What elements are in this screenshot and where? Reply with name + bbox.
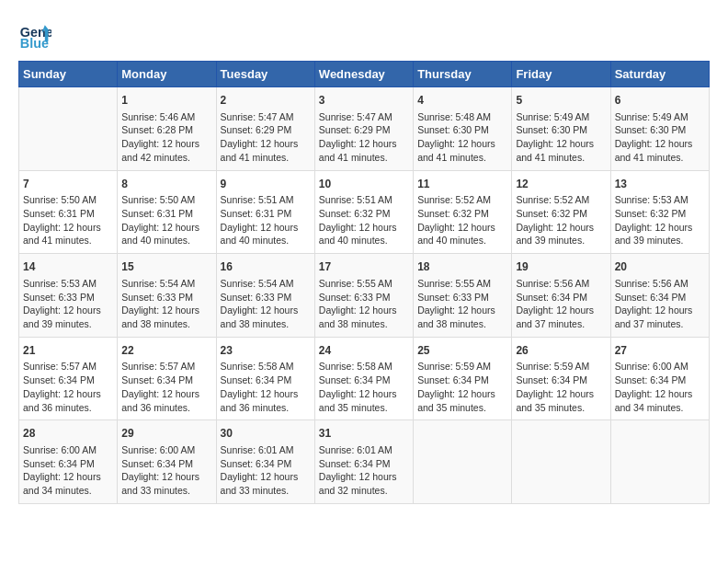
day-info: Sunrise: 5:58 AMSunset: 6:34 PMDaylight:… (319, 360, 409, 414)
calendar-cell: 13Sunrise: 5:53 AMSunset: 6:32 PMDayligh… (610, 170, 709, 254)
day-number: 14 (23, 259, 113, 275)
calendar-cell: 10Sunrise: 5:51 AMSunset: 6:32 PMDayligh… (314, 170, 413, 254)
day-number: 7 (23, 177, 113, 192)
calendar-cell: 1Sunrise: 5:46 AMSunset: 6:28 PMDaylight… (118, 87, 216, 171)
day-info: Sunrise: 5:46 AMSunset: 6:28 PMDaylight:… (121, 110, 211, 165)
day-number: 31 (319, 426, 409, 442)
calendar-header-row: SundayMondayTuesdayWednesdayThursdayFrid… (19, 62, 710, 87)
logo: General Blue (18, 18, 55, 52)
calendar-cell: 21Sunrise: 5:57 AMSunset: 6:34 PMDayligh… (19, 337, 118, 420)
day-number: 2 (221, 93, 311, 109)
day-number: 25 (417, 343, 507, 359)
day-number: 29 (121, 426, 211, 442)
day-info: Sunrise: 5:49 AMSunset: 6:30 PMDaylight:… (516, 110, 606, 165)
day-info: Sunrise: 5:50 AMSunset: 6:31 PMDaylight:… (121, 193, 211, 247)
week-row-3: 14Sunrise: 5:53 AMSunset: 6:33 PMDayligh… (19, 254, 710, 338)
logo-icon: General Blue (18, 18, 51, 52)
day-number: 6 (615, 93, 705, 109)
calendar-cell: 29Sunrise: 6:00 AMSunset: 6:34 PMDayligh… (118, 420, 216, 504)
day-info: Sunrise: 5:56 AMSunset: 6:34 PMDaylight:… (516, 277, 606, 331)
day-info: Sunrise: 5:51 AMSunset: 6:32 PMDaylight:… (319, 193, 409, 247)
day-info: Sunrise: 6:00 AMSunset: 6:34 PMDaylight:… (121, 443, 211, 498)
calendar-cell: 28Sunrise: 6:00 AMSunset: 6:34 PMDayligh… (19, 420, 118, 504)
calendar-cell: 22Sunrise: 5:57 AMSunset: 6:34 PMDayligh… (118, 337, 216, 420)
day-number: 3 (319, 93, 409, 109)
calendar-cell: 17Sunrise: 5:55 AMSunset: 6:33 PMDayligh… (314, 254, 413, 338)
day-info: Sunrise: 6:00 AMSunset: 6:34 PMDaylight:… (615, 360, 705, 414)
day-header-monday: Monday (118, 62, 216, 87)
day-info: Sunrise: 5:54 AMSunset: 6:33 PMDaylight:… (221, 277, 311, 331)
calendar-cell (414, 420, 512, 504)
day-info: Sunrise: 5:55 AMSunset: 6:33 PMDaylight:… (417, 277, 507, 331)
calendar-cell (610, 420, 709, 504)
day-number: 10 (319, 177, 409, 192)
day-number: 30 (221, 426, 311, 442)
week-row-2: 7Sunrise: 5:50 AMSunset: 6:31 PMDaylight… (19, 170, 710, 254)
day-number: 22 (121, 343, 211, 359)
day-number: 13 (615, 177, 705, 192)
calendar-cell: 2Sunrise: 5:47 AMSunset: 6:29 PMDaylight… (216, 87, 314, 171)
calendar-cell: 24Sunrise: 5:58 AMSunset: 6:34 PMDayligh… (314, 337, 413, 420)
day-number: 4 (417, 93, 507, 109)
calendar-cell: 15Sunrise: 5:54 AMSunset: 6:33 PMDayligh… (118, 254, 216, 338)
calendar-cell: 26Sunrise: 5:59 AMSunset: 6:34 PMDayligh… (512, 337, 610, 420)
calendar-body: 1Sunrise: 5:46 AMSunset: 6:28 PMDaylight… (19, 87, 710, 504)
day-header-saturday: Saturday (610, 62, 709, 87)
day-number: 28 (23, 426, 113, 442)
day-info: Sunrise: 5:59 AMSunset: 6:34 PMDaylight:… (417, 360, 507, 414)
day-info: Sunrise: 5:47 AMSunset: 6:29 PMDaylight:… (319, 110, 409, 165)
svg-text:Blue: Blue (20, 36, 49, 51)
day-info: Sunrise: 5:47 AMSunset: 6:29 PMDaylight:… (221, 110, 311, 165)
calendar-cell: 7Sunrise: 5:50 AMSunset: 6:31 PMDaylight… (19, 170, 118, 254)
day-number: 15 (121, 259, 211, 275)
calendar-cell: 11Sunrise: 5:52 AMSunset: 6:32 PMDayligh… (414, 170, 512, 254)
day-info: Sunrise: 5:52 AMSunset: 6:32 PMDaylight:… (516, 193, 606, 247)
calendar-table: SundayMondayTuesdayWednesdayThursdayFrid… (18, 61, 710, 504)
calendar-cell: 4Sunrise: 5:48 AMSunset: 6:30 PMDaylight… (414, 87, 512, 171)
week-row-4: 21Sunrise: 5:57 AMSunset: 6:34 PMDayligh… (19, 337, 710, 420)
day-info: Sunrise: 5:57 AMSunset: 6:34 PMDaylight:… (23, 360, 113, 414)
calendar-cell: 5Sunrise: 5:49 AMSunset: 6:30 PMDaylight… (512, 87, 610, 171)
day-number: 1 (121, 93, 211, 109)
day-info: Sunrise: 5:59 AMSunset: 6:34 PMDaylight:… (516, 360, 606, 414)
calendar-cell: 27Sunrise: 6:00 AMSunset: 6:34 PMDayligh… (610, 337, 709, 420)
header: General Blue (18, 18, 710, 52)
day-info: Sunrise: 5:49 AMSunset: 6:30 PMDaylight:… (615, 110, 705, 165)
day-number: 23 (221, 343, 311, 359)
calendar-cell: 8Sunrise: 5:50 AMSunset: 6:31 PMDaylight… (118, 170, 216, 254)
day-number: 5 (516, 93, 606, 109)
calendar-cell: 30Sunrise: 6:01 AMSunset: 6:34 PMDayligh… (216, 420, 314, 504)
calendar-cell: 14Sunrise: 5:53 AMSunset: 6:33 PMDayligh… (19, 254, 118, 338)
day-number: 9 (221, 177, 311, 192)
day-info: Sunrise: 5:56 AMSunset: 6:34 PMDaylight:… (615, 277, 705, 331)
day-number: 8 (121, 177, 211, 192)
day-number: 12 (516, 177, 606, 192)
calendar-cell: 6Sunrise: 5:49 AMSunset: 6:30 PMDaylight… (610, 87, 709, 171)
day-info: Sunrise: 5:52 AMSunset: 6:32 PMDaylight:… (417, 193, 507, 247)
day-info: Sunrise: 6:00 AMSunset: 6:34 PMDaylight:… (23, 443, 113, 498)
day-number: 24 (319, 343, 409, 359)
day-info: Sunrise: 5:54 AMSunset: 6:33 PMDaylight:… (121, 277, 211, 331)
day-header-friday: Friday (512, 62, 610, 87)
day-info: Sunrise: 5:50 AMSunset: 6:31 PMDaylight:… (23, 193, 113, 247)
calendar-cell: 19Sunrise: 5:56 AMSunset: 6:34 PMDayligh… (512, 254, 610, 338)
day-number: 17 (319, 259, 409, 275)
calendar-cell: 31Sunrise: 6:01 AMSunset: 6:34 PMDayligh… (314, 420, 413, 504)
day-number: 19 (516, 259, 606, 275)
calendar-cell (19, 87, 118, 171)
calendar-cell: 20Sunrise: 5:56 AMSunset: 6:34 PMDayligh… (610, 254, 709, 338)
day-header-thursday: Thursday (414, 62, 512, 87)
day-info: Sunrise: 5:57 AMSunset: 6:34 PMDaylight:… (121, 360, 211, 414)
week-row-5: 28Sunrise: 6:00 AMSunset: 6:34 PMDayligh… (19, 420, 710, 504)
day-info: Sunrise: 5:51 AMSunset: 6:31 PMDaylight:… (221, 193, 311, 247)
day-number: 16 (221, 259, 311, 275)
calendar-cell: 12Sunrise: 5:52 AMSunset: 6:32 PMDayligh… (512, 170, 610, 254)
day-info: Sunrise: 6:01 AMSunset: 6:34 PMDaylight:… (319, 443, 409, 498)
calendar-cell: 9Sunrise: 5:51 AMSunset: 6:31 PMDaylight… (216, 170, 314, 254)
day-info: Sunrise: 5:53 AMSunset: 6:32 PMDaylight:… (615, 193, 705, 247)
day-info: Sunrise: 6:01 AMSunset: 6:34 PMDaylight:… (221, 443, 311, 498)
day-header-wednesday: Wednesday (314, 62, 413, 87)
day-number: 11 (417, 177, 507, 192)
day-info: Sunrise: 5:58 AMSunset: 6:34 PMDaylight:… (221, 360, 311, 414)
day-number: 18 (417, 259, 507, 275)
